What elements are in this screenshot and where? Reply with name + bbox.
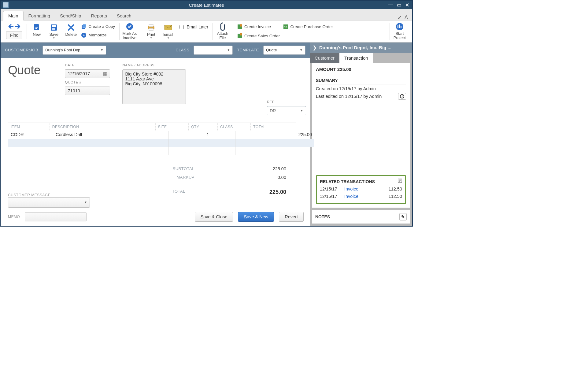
prev-record-icon[interactable]: 🡰 [8, 24, 14, 30]
attach-file-button[interactable]: Attach File [216, 22, 230, 40]
col-site[interactable]: SITE [155, 123, 188, 131]
related-link[interactable]: Invoice [344, 194, 358, 199]
tab-reports[interactable]: Reports [86, 11, 112, 20]
memo-label: MEMO [8, 215, 20, 219]
document-title: Quote [8, 63, 40, 77]
create-po-button[interactable]: PO Create Purchase Order [283, 23, 333, 30]
chevron-down-icon: ▼ [84, 201, 87, 204]
col-class[interactable]: CLASS [217, 123, 250, 131]
calendar-icon[interactable]: ▦ [103, 71, 107, 76]
email-later-checkbox[interactable] [179, 25, 184, 29]
memorize-button[interactable]: + Memorize [81, 32, 115, 39]
cell-total[interactable]: 225.00 [271, 131, 314, 139]
svg-point-14 [240, 24, 242, 27]
col-total[interactable]: TOTAL [250, 123, 290, 131]
cell-desc[interactable]: Cordless Drill [53, 131, 168, 139]
find-button[interactable]: Find [6, 31, 22, 39]
col-qty[interactable]: QTY [188, 123, 217, 131]
related-heading: RELATED TRANSACTIONS [320, 179, 398, 185]
svg-text:+: + [83, 33, 85, 37]
subtotal-label: SUBTOTAL [8, 166, 194, 171]
svg-rect-20 [398, 25, 398, 28]
print-button[interactable]: Print ▼ [144, 23, 158, 39]
ribbon-tabs: Main Formatting Send/Ship Reports Search… [1, 9, 412, 20]
total-value: 225.00 [185, 189, 295, 195]
class-combo[interactable]: ▼ [194, 46, 233, 55]
revert-button[interactable]: Revert [279, 212, 304, 222]
edited-info: Last edited on 12/15/17 by Admin [316, 94, 382, 99]
related-link[interactable]: Invoice [344, 187, 358, 191]
tab-formatting[interactable]: Formatting [24, 11, 55, 20]
table-row[interactable] [8, 139, 314, 147]
amount-label: AMOUNT [316, 67, 336, 72]
svg-rect-24 [402, 95, 402, 97]
amount-value: 225.00 [337, 67, 351, 72]
edit-notes-icon[interactable]: ✎ [399, 213, 407, 220]
customer-message-combo[interactable]: ▼ [8, 197, 90, 208]
create-copy-button[interactable]: Create a Copy [81, 23, 115, 30]
quote-num-field[interactable]: 71010 [65, 87, 110, 95]
address-label: NAME / ADDRESS [122, 63, 186, 67]
table-row[interactable] [8, 147, 314, 155]
start-project-button[interactable]: Start Project [393, 22, 407, 40]
svg-rect-5 [83, 24, 86, 28]
chevron-down-icon: ▼ [300, 109, 303, 112]
address-field[interactable]: Big City Store #002 1111 Azar Ave Big Ci… [122, 69, 186, 104]
cell-item[interactable]: CODR [8, 131, 53, 139]
side-tab-transaction[interactable]: Transaction [339, 53, 373, 63]
col-item[interactable]: ITEM [8, 123, 50, 131]
collapse-ribbon-icon[interactable]: ᐱ [405, 14, 408, 20]
customer-message-label: CUSTOMER MESSAGE [8, 193, 50, 197]
chevron-down-icon: ▼ [227, 48, 230, 52]
cell-qty[interactable]: 1 [204, 131, 235, 139]
create-sales-order-button[interactable]: Create Sales Order [237, 32, 280, 39]
svg-rect-3 [52, 28, 55, 30]
table-row[interactable]: CODR Cordless Drill 1 225.00 [8, 131, 314, 139]
quote-num-label: QUOTE # [65, 80, 110, 84]
save-close-button[interactable]: Save & Close [195, 212, 233, 222]
transaction-panel: ❯ Dunning's Pool Depot, Inc.:Big ... Cus… [310, 43, 412, 226]
expand-icon[interactable]: ⤢ [398, 14, 401, 20]
rep-label: REP [267, 100, 304, 104]
side-tab-customer[interactable]: Customer [310, 53, 339, 63]
date-label: DATE [65, 63, 110, 67]
related-row[interactable]: 12/15/17 Invoice 112.50 [320, 193, 402, 200]
mark-inactive-button[interactable]: Mark As Inactive [122, 22, 137, 40]
tab-main[interactable]: Main [3, 11, 24, 20]
side-header[interactable]: ❯ Dunning's Pool Depot, Inc.:Big ... [310, 43, 412, 53]
delete-button[interactable]: Delete [64, 23, 78, 37]
save-new-button[interactable]: Save & New [238, 212, 274, 222]
tab-sendship[interactable]: Send/Ship [55, 11, 86, 20]
customer-job-combo[interactable]: Dunning's Pool Dep... ▼ [43, 46, 106, 55]
subtotal-value: 225.00 [194, 166, 295, 171]
create-invoice-button[interactable]: Create Invoice [237, 23, 280, 30]
col-description[interactable]: DESCRIPTION [50, 123, 155, 131]
new-button[interactable]: New [30, 23, 44, 37]
svg-rect-22 [401, 26, 401, 28]
template-label: TEMPLATE [237, 48, 259, 52]
class-label: CLASS [176, 48, 189, 52]
ribbon: 🡰 🡲 Find New Save ▼ Delete [1, 20, 412, 43]
svg-rect-2 [52, 25, 56, 27]
save-button[interactable]: Save ▼ [47, 23, 61, 39]
related-report-icon[interactable] [398, 179, 402, 183]
rep-combo[interactable]: DR ▼ [267, 106, 306, 115]
markup-value: 0.00 [194, 175, 295, 180]
audit-icon[interactable] [398, 93, 406, 100]
tab-search[interactable]: Search [112, 11, 136, 20]
chevron-right-icon: ❯ [313, 45, 317, 50]
svg-rect-10 [149, 24, 153, 27]
date-field[interactable]: 12/15/2017 ▦ [65, 69, 110, 78]
template-combo[interactable]: Quote ▼ [263, 46, 305, 55]
cell-class[interactable] [235, 131, 271, 139]
related-row[interactable]: 12/15/17 Invoice 112.50 [320, 185, 402, 193]
customer-job-label: CUSTOMER:JOB [5, 48, 38, 52]
notes-heading: NOTES [315, 214, 330, 219]
next-record-icon[interactable]: 🡲 [15, 24, 20, 30]
email-later-label: Email Later [187, 24, 208, 29]
svg-rect-12 [165, 25, 172, 30]
memo-input[interactable] [25, 212, 87, 221]
cell-site[interactable] [168, 131, 204, 139]
email-button[interactable]: Email ▼ [161, 23, 175, 39]
summary-heading: SUMMARY [316, 78, 406, 84]
